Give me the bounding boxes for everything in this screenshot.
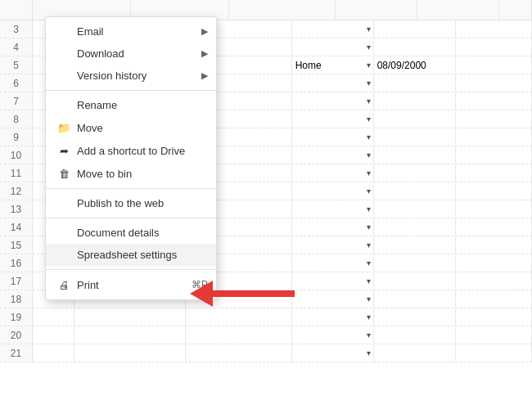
menu-item-shortcut[interactable]: ➦Add a shortcut to Drive (46, 139, 216, 162)
menu-label-bin: Move to bin (77, 168, 132, 180)
cell-description (186, 326, 292, 344)
cell-category[interactable] (292, 254, 374, 272)
cell-date (374, 74, 456, 92)
print-icon: 🖨 (57, 278, 70, 291)
row-number: 10 (0, 146, 33, 164)
menu-item-email[interactable]: Email▶ (46, 20, 216, 43)
cell-category[interactable] (292, 164, 374, 182)
cell-date (374, 308, 456, 326)
menu-item-version-history[interactable]: Version history▶ (46, 65, 216, 87)
table-row: 21 (0, 344, 532, 362)
shortcut-icon: ➦ (57, 144, 70, 157)
submenu-arrow-icon: ▶ (201, 48, 208, 59)
cell-category[interactable] (292, 146, 374, 164)
cell-empty2 (74, 308, 186, 326)
table-row: 20 (0, 326, 532, 344)
menu-item-doc-details[interactable]: Document details (46, 222, 216, 244)
cell-extra (456, 128, 532, 146)
cell-extra (456, 236, 532, 254)
row-number: 21 (0, 344, 33, 362)
cell-extra (456, 272, 532, 290)
folder-icon: 📁 (57, 121, 70, 134)
row-number: 17 (0, 272, 33, 290)
row-number: 14 (0, 218, 33, 236)
cell-date (374, 38, 456, 56)
cell-category[interactable] (292, 182, 374, 200)
arrow-head (190, 281, 213, 307)
cell-extra (456, 74, 532, 92)
col-header-income (499, 0, 532, 20)
cell-category[interactable] (292, 236, 374, 254)
col-header-category (336, 0, 417, 20)
cell-category[interactable] (292, 20, 374, 38)
submenu-arrow-icon: ▶ (201, 70, 208, 81)
cell-category[interactable] (292, 344, 374, 362)
row-number: 9 (0, 128, 33, 146)
cell-extra (456, 344, 532, 362)
cell-date (374, 272, 456, 290)
cell-category[interactable] (292, 74, 374, 92)
row-number: 16 (0, 254, 33, 272)
menu-item-bin[interactable]: 🗑Move to bin (46, 162, 216, 185)
cell-date (374, 200, 456, 218)
row-number: 15 (0, 236, 33, 254)
table-row: 19 (0, 308, 532, 326)
cell-date (374, 344, 456, 362)
menu-divider (46, 188, 216, 189)
menu-label-move: Move (77, 122, 103, 134)
cell-date (374, 182, 456, 200)
cell-empty (33, 326, 74, 344)
cell-date (374, 218, 456, 236)
row-number: 5 (0, 56, 33, 74)
cell-extra (456, 254, 532, 272)
cell-category[interactable] (292, 272, 374, 290)
cell-date: 08/09/2000 (374, 56, 456, 74)
context-menu: Email▶Download▶Version history▶Rename📁Mo… (45, 16, 217, 300)
cell-category[interactable] (292, 326, 374, 344)
cell-extra (456, 20, 532, 38)
cell-extra (456, 200, 532, 218)
cell-date (374, 236, 456, 254)
cell-empty (33, 308, 74, 326)
cell-category[interactable] (292, 290, 374, 308)
cell-description (186, 344, 292, 362)
cell-category[interactable] (292, 218, 374, 236)
menu-label-email: Email (77, 25, 104, 38)
menu-label-print: Print (77, 279, 99, 291)
row-number: 8 (0, 110, 33, 128)
menu-divider (46, 218, 216, 218)
cell-category[interactable] (292, 200, 374, 218)
cell-date (374, 290, 456, 308)
cell-extra (456, 164, 532, 182)
cell-date (374, 164, 456, 182)
menu-label-spreadsheet-settings: Spreadsheet settings (77, 249, 177, 261)
menu-item-publish[interactable]: Publish to the web (46, 192, 216, 214)
cell-category[interactable] (292, 308, 374, 326)
row-number: 11 (0, 164, 33, 182)
row-number: 13 (0, 200, 33, 218)
menu-item-spreadsheet-settings[interactable]: Spreadsheet settings (46, 244, 216, 266)
menu-item-rename[interactable]: Rename (46, 94, 216, 116)
cell-category[interactable]: Home (292, 56, 374, 74)
cell-extra (456, 146, 532, 164)
menu-divider (46, 90, 216, 91)
cell-category[interactable] (292, 92, 374, 110)
row-number: 18 (0, 290, 33, 308)
menu-label-shortcut: Add a shortcut to Drive (77, 145, 185, 157)
cell-category[interactable] (292, 38, 374, 56)
row-num-spacer (0, 0, 33, 20)
menu-label-version-history: Version history (77, 70, 147, 82)
trash-icon: 🗑 (57, 167, 70, 180)
menu-item-move[interactable]: 📁Move (46, 116, 216, 139)
cell-category[interactable] (292, 110, 374, 128)
row-number: 12 (0, 182, 33, 200)
menu-label-doc-details: Document details (77, 227, 159, 239)
cell-date (374, 254, 456, 272)
menu-label-publish: Publish to the web (77, 197, 164, 209)
cell-date (374, 326, 456, 344)
menu-item-download[interactable]: Download▶ (46, 43, 216, 65)
red-arrow-annotation (213, 290, 295, 297)
col-header-description-label (229, 0, 336, 20)
cell-extra (456, 326, 532, 344)
cell-category[interactable] (292, 128, 374, 146)
